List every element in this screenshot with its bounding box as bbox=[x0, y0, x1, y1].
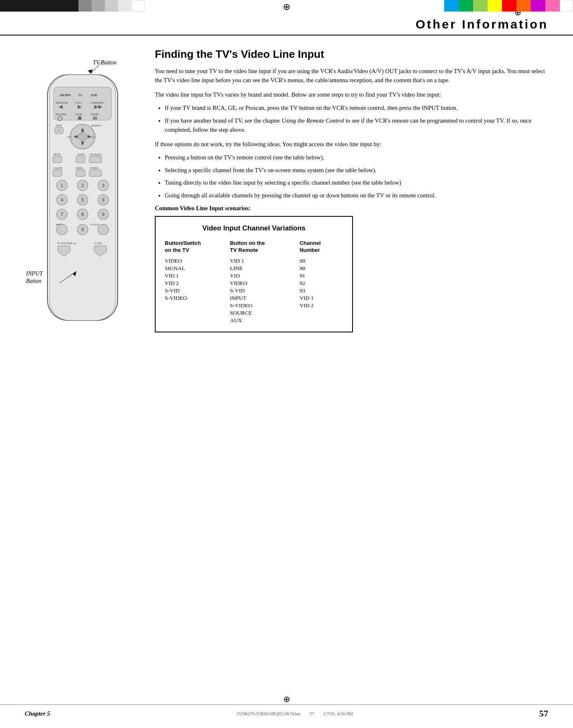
footer-code: 15708270 (VR661HF)(E) 08 Other 57 2/7/01… bbox=[236, 711, 353, 716]
bullet-list-2: Pressing a button on the TV's remote con… bbox=[165, 153, 550, 200]
table-cell: VID 2 bbox=[300, 302, 343, 309]
para3: If those options do not work, try the fo… bbox=[155, 140, 550, 149]
table-row: AUX bbox=[165, 317, 343, 324]
svg-rect-21 bbox=[78, 116, 81, 120]
bullet-item-3: Pressing a button on the TV's remote con… bbox=[165, 153, 550, 162]
common-label: Common Video Line Input scenarios: bbox=[155, 205, 550, 212]
svg-marker-1 bbox=[88, 69, 93, 74]
table-cell: S-VID bbox=[165, 287, 230, 294]
svg-text:TV·VCR: TV·VCR bbox=[90, 223, 99, 226]
video-table: Button/Switchon the TV Button on theTV R… bbox=[165, 237, 343, 324]
bullet-item-2: If you have another brand of TV, see the… bbox=[165, 116, 550, 135]
table-row: SOURCE bbox=[165, 309, 343, 317]
svg-text:SPEED: SPEED bbox=[90, 167, 99, 169]
table-row: S-VIDEOVID 2 bbox=[165, 302, 343, 309]
svg-text:PLAY: PLAY bbox=[76, 102, 82, 104]
table-cell: LINE bbox=[230, 265, 300, 272]
svg-text:FORWARD: FORWARD bbox=[91, 102, 104, 104]
svg-text:8: 8 bbox=[81, 212, 84, 217]
table-cell: VIDEO bbox=[230, 280, 300, 287]
table-row: VIDEOVID 100 bbox=[165, 257, 343, 265]
page-title: Other Information bbox=[25, 17, 548, 31]
footer-chapter: Chapter 5 bbox=[25, 710, 50, 717]
top-right-color-bar bbox=[444, 0, 573, 12]
table-cell bbox=[300, 309, 343, 317]
svg-text:STOP: STOP bbox=[76, 113, 82, 116]
svg-text:9: 9 bbox=[102, 212, 104, 217]
svg-rect-47 bbox=[76, 170, 85, 176]
table-cell bbox=[300, 317, 343, 324]
main-content: TV Button INPUT Button ON·O bbox=[0, 36, 573, 341]
svg-rect-23 bbox=[95, 116, 97, 120]
svg-rect-46 bbox=[53, 170, 62, 176]
svg-text:VOL: VOL bbox=[91, 136, 97, 138]
svg-text:GO BACK: GO BACK bbox=[90, 153, 101, 156]
table-cell: 00 bbox=[300, 257, 343, 265]
svg-text:VOL: VOL bbox=[67, 136, 72, 138]
svg-text:0: 0 bbox=[81, 227, 84, 232]
table-cell: 90 bbox=[300, 265, 343, 272]
svg-text:REVERSE: REVERSE bbox=[56, 102, 68, 104]
svg-text:5: 5 bbox=[81, 197, 84, 202]
video-table-wrapper: Video Input Channel Variations Button/Sw… bbox=[155, 216, 353, 332]
table-cell: SIGNAL bbox=[165, 265, 230, 272]
top-left-gray-blocks bbox=[78, 0, 144, 12]
table-cell: 92 bbox=[300, 280, 343, 287]
svg-point-69 bbox=[57, 224, 67, 235]
table-cell: VID bbox=[230, 272, 300, 280]
svg-text:MENU: MENU bbox=[76, 167, 83, 169]
table-cell: 91 bbox=[300, 272, 343, 280]
svg-rect-41 bbox=[76, 156, 85, 163]
col-subheader-2: Button on theTV Remote bbox=[230, 240, 300, 257]
table-cell: S-VIDEO bbox=[230, 302, 300, 309]
svg-text:SEARCH: SEARCH bbox=[91, 124, 101, 127]
table-cell: INPUT bbox=[230, 294, 300, 302]
svg-text:1: 1 bbox=[61, 183, 63, 188]
table-cell: SOURCE bbox=[230, 309, 300, 317]
svg-rect-42 bbox=[89, 156, 102, 163]
right-column: Finding the TV's Video Line Input You ne… bbox=[151, 48, 550, 332]
svg-text:MUTE: MUTE bbox=[54, 153, 61, 156]
svg-text:CLEAR: CLEAR bbox=[54, 167, 62, 169]
bullet-item-1: If your TV brand is RCA, GE, or Proscan,… bbox=[165, 103, 550, 112]
intro-paragraph: You need to tune your TV to the video li… bbox=[155, 66, 550, 85]
video-table-title: Video Input Channel Variations bbox=[165, 224, 343, 232]
table-row: S-VIDEOINPUTVID 1 bbox=[165, 294, 343, 302]
input-button-arrow bbox=[58, 266, 87, 287]
svg-text:7: 7 bbox=[61, 212, 63, 217]
svg-text:F.ADV: F.ADV bbox=[95, 242, 102, 244]
table-row: VID 2VIDEO92 bbox=[165, 280, 343, 287]
svg-text:3: 3 bbox=[102, 183, 104, 188]
table-cell bbox=[165, 302, 230, 309]
table-row: SIGNALLINE90 bbox=[165, 265, 343, 272]
svg-text:RECORD: RECORD bbox=[56, 113, 67, 116]
svg-text:VCR: VCR bbox=[91, 94, 97, 97]
table-cell: VIDEO bbox=[165, 257, 230, 265]
left-column: TV Button INPUT Button ON·O bbox=[23, 48, 142, 332]
svg-rect-40 bbox=[53, 156, 62, 163]
crosshair-bottom: ⊕ bbox=[283, 694, 290, 704]
table-cell: S-VIDEO bbox=[165, 294, 230, 302]
table-cell: VID 1 bbox=[165, 272, 230, 280]
table-cell: VID 1 bbox=[230, 257, 300, 265]
table-cell: 93 bbox=[300, 287, 343, 294]
svg-text:PAUSE: PAUSE bbox=[91, 113, 99, 116]
svg-rect-22 bbox=[93, 116, 95, 120]
bullet-item-6: Going through all available channels by … bbox=[165, 191, 550, 200]
svg-text:CHAN: CHAN bbox=[77, 153, 84, 156]
svg-marker-3 bbox=[73, 271, 76, 276]
svg-text:▼ TRACKING ▲: ▼ TRACKING ▲ bbox=[57, 242, 76, 244]
section-heading: Finding the TV's Video Line Input bbox=[155, 48, 550, 61]
bullet-list-1: If your TV brand is RCA, GE, or Proscan,… bbox=[165, 103, 550, 134]
table-cell bbox=[165, 309, 230, 317]
table-row: S-VIDS-VID93 bbox=[165, 287, 343, 294]
table-cell: S-VID bbox=[230, 287, 300, 294]
remote-control: ON·OFF TV VCR REVERSE PLAY FORWARD RECOR… bbox=[23, 71, 142, 327]
footer-page-number: 57 bbox=[539, 708, 548, 719]
svg-text:TV: TV bbox=[78, 94, 82, 97]
table-cell: AUX bbox=[230, 317, 300, 324]
table-subheader-row: Button/Switchon the TV Button on theTV R… bbox=[165, 240, 343, 257]
svg-text:6: 6 bbox=[102, 197, 104, 202]
col-subheader-3: ChannelNumber bbox=[300, 240, 343, 257]
tv-button-label: TV Button bbox=[93, 59, 116, 66]
